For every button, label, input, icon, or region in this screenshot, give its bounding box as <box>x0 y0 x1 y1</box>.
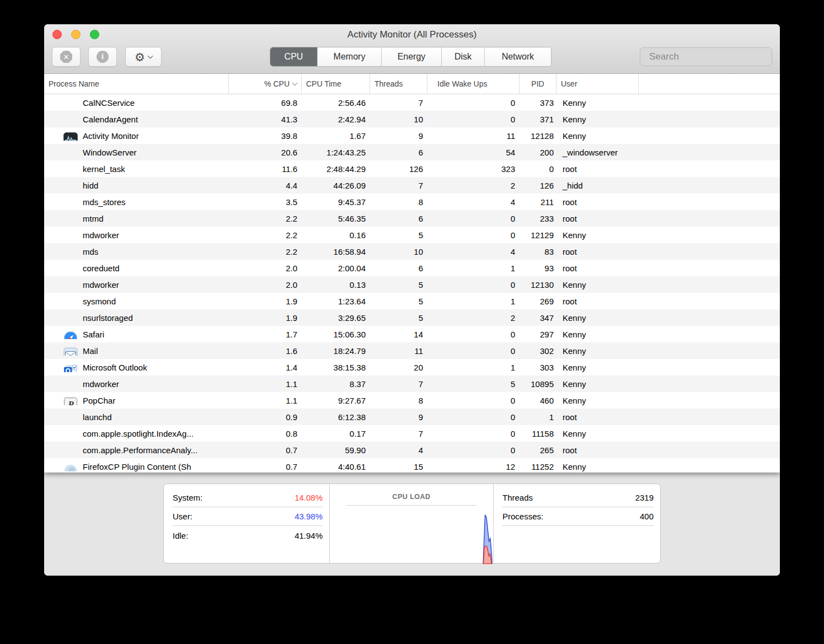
cpu-value: 39.8 <box>229 131 302 141</box>
svg-text:P: P <box>67 399 74 405</box>
user-value: Kenny <box>557 462 639 471</box>
cpu-value: 1.1 <box>229 379 302 389</box>
process-row[interactable]: mds_stores 3.5 9:45.37 8 4 211 root <box>44 194 780 210</box>
process-row[interactable]: CalendarAgent 41.3 2:42.94 10 0 371 Kenn… <box>44 111 780 127</box>
process-row[interactable]: nsurlstoraged 1.9 3:29.65 5 2 347 Kenny <box>44 309 780 326</box>
process-row[interactable]: OMicrosoft Outlook 1.4 38:15.38 20 1 303… <box>44 359 780 375</box>
process-name: FirefoxCP Plugin Content (Sh <box>83 462 191 471</box>
process-row[interactable]: hidd 4.4 44:26.09 7 2 126 _hidd <box>44 177 780 194</box>
column-header-process-name[interactable]: Process Name <box>44 74 229 94</box>
popchar-icon: P <box>63 397 78 405</box>
threads-row: Threads 2319 <box>502 489 654 507</box>
threads-value: 7 <box>370 379 427 389</box>
pid-value: 269 <box>520 297 557 306</box>
process-row[interactable]: launchd 0.9 6:12.38 9 0 1 root <box>44 409 780 425</box>
tab-label: Memory <box>334 52 366 62</box>
column-header-cpu[interactable]: % CPU <box>229 74 302 94</box>
idle-label: Idle: <box>173 531 188 540</box>
outlook-icon: O <box>63 364 78 372</box>
process-name: CalNCService <box>83 98 135 108</box>
threads-value: 5 <box>370 297 427 306</box>
column-header-user[interactable]: User <box>557 74 639 94</box>
process-row[interactable]: WindowServer 20.6 1:24:43.25 6 54 200 _w… <box>44 144 780 160</box>
column-header-cpu-time[interactable]: CPU Time <box>302 74 370 94</box>
tab-cpu[interactable]: CPU <box>270 47 318 66</box>
cpu-value: 1.7 <box>229 330 302 339</box>
tab-network[interactable]: Network <box>485 47 551 66</box>
process-row[interactable]: kernel_task 11.6 2:48:44.29 126 323 0 ro… <box>44 160 780 177</box>
title-toolbar: Activity Monitor (All Processes) ✕ i ⚙ C… <box>44 24 780 74</box>
process-row[interactable]: PPopChar 1.1 9:27.67 8 0 460 Kenny <box>44 392 780 409</box>
idle-wake-ups-value: 0 <box>427 446 520 455</box>
column-header-idle-wake-ups[interactable]: Idle Wake Ups <box>427 74 520 94</box>
cpu-value: 2.0 <box>229 264 302 273</box>
idle-wake-ups-value: 1 <box>427 363 520 372</box>
cpu-time-value: 15:06.30 <box>302 330 370 339</box>
tab-energy[interactable]: Energy <box>382 47 442 66</box>
idle-wake-ups-value: 4 <box>427 197 520 207</box>
user-value: root <box>557 412 639 422</box>
process-name: kernel_task <box>83 164 125 174</box>
view-options-button[interactable]: ⚙ <box>125 47 162 67</box>
user-value: root <box>557 446 639 455</box>
process-row[interactable]: sysmond 1.9 1:23.64 5 1 269 root <box>44 293 780 309</box>
cpu-value: 2.2 <box>229 214 302 223</box>
process-row[interactable]: FirefoxCP Plugin Content (Sh 0.7 4:40.61… <box>44 458 780 473</box>
pid-value: 0 <box>520 164 557 174</box>
process-row[interactable]: mdworker 2.2 0.16 5 0 12129 Kenny <box>44 227 780 243</box>
cpu-value: 4.4 <box>229 181 302 190</box>
process-row[interactable]: mdworker 2.0 0.13 5 0 12130 Kenny <box>44 276 780 293</box>
column-header-pid[interactable]: PID <box>520 74 557 94</box>
cpu-time-value: 38:15.38 <box>302 363 370 372</box>
process-name: nsurlstoraged <box>83 313 133 323</box>
cpu-value: 11.6 <box>229 164 302 174</box>
process-row[interactable]: mdworker 1.1 8.37 7 5 10895 Kenny <box>44 375 780 392</box>
cpu-percentages-section: System: 14.08% User: 43.98% Idle: 41.94% <box>164 484 330 563</box>
processes-value: 400 <box>640 512 654 521</box>
tab-memory[interactable]: Memory <box>318 47 382 66</box>
firefox-icon <box>63 463 78 471</box>
quit-process-button[interactable]: ✕ <box>52 47 81 67</box>
tab-label: Disk <box>454 52 472 62</box>
threads-label: Threads <box>502 493 533 502</box>
process-row[interactable]: mtmd 2.2 5:46.35 6 0 233 root <box>44 210 780 227</box>
inspect-process-button[interactable]: i <box>88 47 117 67</box>
window-title: Activity Monitor (All Processes) <box>44 29 780 40</box>
cpu-time-value: 59.90 <box>302 446 370 455</box>
idle-wake-ups-value: 0 <box>427 412 520 422</box>
user-value: Kenny <box>557 230 639 240</box>
tab-label: Energy <box>398 52 426 62</box>
cpu-time-value: 1:23.64 <box>302 297 370 306</box>
process-row[interactable]: coreduetd 2.0 2:00.04 6 1 93 root <box>44 260 780 276</box>
tab-bar: CPUMemoryEnergyDiskNetwork <box>270 47 552 67</box>
cpu-value: 1.9 <box>229 313 302 323</box>
tab-disk[interactable]: Disk <box>442 47 485 66</box>
search-field[interactable] <box>640 47 772 66</box>
column-header-threads[interactable]: Threads <box>370 74 427 94</box>
process-row[interactable]: com.apple.spotlight.IndexAg... 0.8 0.17 … <box>44 425 780 442</box>
threads-value: 7 <box>370 98 427 108</box>
cpu-time-value: 9:27.67 <box>302 396 370 405</box>
search-input[interactable] <box>649 51 771 62</box>
cpu-load-graph <box>330 484 493 564</box>
cpu-value: 1.1 <box>229 396 302 405</box>
threads-value: 15 <box>370 462 427 471</box>
threads-value: 126 <box>370 164 427 174</box>
process-row[interactable]: CalNCService 69.8 2:56.46 7 0 373 Kenny <box>44 94 780 111</box>
user-value: root <box>557 247 639 256</box>
process-row[interactable]: mds 2.2 16:58.94 10 4 83 root <box>44 243 780 260</box>
idle-wake-ups-value: 12 <box>427 462 520 471</box>
user-value: root <box>557 297 639 306</box>
process-name: mdworker <box>83 280 119 289</box>
cpu-time-value: 2:42.94 <box>302 115 370 124</box>
user-value: _hidd <box>557 181 639 190</box>
process-row[interactable]: Activity Monitor 39.8 1.67 9 11 12128 Ke… <box>44 127 780 144</box>
process-row[interactable]: Safari 1.7 15:06.30 14 0 297 Kenny <box>44 326 780 342</box>
idle-value: 41.94% <box>295 531 323 540</box>
pid-value: 126 <box>520 181 557 190</box>
process-row[interactable]: Mail 1.6 18:24.79 11 0 302 Kenny <box>44 342 780 359</box>
cpu-value: 41.3 <box>229 115 302 124</box>
process-row[interactable]: com.apple.PerformanceAnaly... 0.7 59.90 … <box>44 442 780 458</box>
cpu-value: 1.6 <box>229 346 302 356</box>
idle-wake-ups-value: 0 <box>427 280 520 289</box>
